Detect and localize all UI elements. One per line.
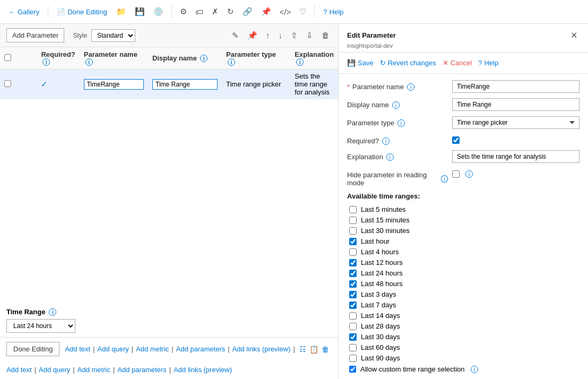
add-parameter-button[interactable]: Add Parameter: [6, 28, 64, 42]
style-label: Style: [73, 32, 87, 39]
add-query-link[interactable]: Add query: [98, 345, 129, 353]
trash-link-btn[interactable]: 🗑: [320, 345, 331, 354]
time-range-item: Last 30 minutes: [349, 227, 580, 235]
allow-custom-row: Allow custom time range selection i: [347, 365, 580, 373]
refresh-button[interactable]: ↻: [224, 5, 237, 19]
settings-button[interactable]: ⚙: [177, 5, 189, 19]
add-parameters-link[interactable]: Add parameters: [176, 345, 226, 353]
move-bottom-btn[interactable]: ⇩: [304, 30, 315, 41]
copy-icon-btn[interactable]: 📌: [245, 30, 260, 41]
time-range-item: Last 4 hours: [349, 248, 580, 256]
footer-add-links-preview-link[interactable]: Add links (preview): [174, 366, 232, 374]
revert-action-button[interactable]: ↻ Revert changes: [380, 57, 436, 69]
add-text-link[interactable]: Add text: [65, 345, 90, 353]
time-range-checkbox-3[interactable]: [349, 238, 357, 245]
time-range-item: Last 7 days: [349, 301, 580, 309]
explanation-row: Explanation i: [347, 150, 580, 163]
time-range-checkbox-6[interactable]: [349, 270, 357, 277]
done-editing-top-button[interactable]: 📄 Done Editing: [54, 6, 110, 18]
time-range-item: Last 5 minutes: [349, 205, 580, 213]
form-body: * Parameter name i Display name i Parame…: [339, 74, 588, 379]
row-param-name-cell[interactable]: [80, 70, 148, 99]
select-all-checkbox[interactable]: [4, 54, 11, 61]
add-links-preview-link[interactable]: Add links (preview): [232, 345, 291, 353]
time-range-label: Time Range i: [6, 308, 332, 316]
param-name-input[interactable]: [84, 79, 144, 90]
time-range-checkbox-0[interactable]: [349, 206, 357, 213]
time-range-select[interactable]: Last 24 hours Last 5 minutes Last 15 min…: [6, 319, 75, 333]
time-range-checkbox-5[interactable]: [349, 259, 357, 266]
right-panel-actions: 💾 Save ↻ Revert changes ✕ Cancel ? Help: [339, 53, 588, 74]
time-range-checkbox-1[interactable]: [349, 217, 357, 224]
time-range-item: Last 3 days: [349, 290, 580, 298]
save-action-button[interactable]: 💾 Save: [347, 57, 374, 69]
explanation-info-icon: i: [296, 58, 304, 66]
required-checkbox[interactable]: [452, 136, 460, 144]
done-editing-bottom-button[interactable]: Done Editing: [6, 342, 59, 356]
explanation-field[interactable]: [452, 150, 580, 163]
time-range-item-label: Last 3 days: [361, 290, 396, 298]
discard-button[interactable]: ✗: [209, 5, 221, 19]
grid-icon-btn[interactable]: ☷: [298, 345, 308, 354]
param-name-info-icon: i: [85, 58, 93, 66]
close-panel-button[interactable]: ✕: [568, 29, 580, 41]
right-panel-header: Edit Parameter ✕ insightsportal-dev: [339, 24, 588, 53]
time-range-item-label: Last 30 minutes: [361, 227, 410, 235]
move-down-btn[interactable]: ↓: [276, 30, 285, 41]
style-select[interactable]: Standard Pills: [91, 29, 135, 42]
add-metric-link[interactable]: Add metric: [136, 345, 169, 353]
footer-add-query-link[interactable]: Add query: [39, 366, 70, 374]
time-range-checkbox-14[interactable]: [349, 355, 357, 362]
allow-custom-checkbox[interactable]: [349, 366, 356, 373]
time-range-item-label: Last 7 days: [361, 301, 396, 309]
folder-button[interactable]: 📁: [114, 5, 129, 19]
time-range-item-label: Last 48 hours: [361, 280, 403, 288]
time-range-checkbox-10[interactable]: [349, 312, 357, 320]
time-range-checkbox-13[interactable]: [349, 344, 357, 351]
save-button[interactable]: 💾: [132, 5, 148, 19]
help-button[interactable]: ? Help: [320, 6, 347, 18]
time-range-item-label: Last 30 days: [361, 333, 400, 341]
param-name-field[interactable]: [452, 80, 580, 93]
footer-add-metric-link[interactable]: Add metric: [77, 366, 110, 374]
footer-add-parameters-link[interactable]: Add parameters: [117, 366, 167, 374]
heart-button[interactable]: ♡: [297, 5, 309, 19]
copy-link-btn[interactable]: 📋: [308, 345, 320, 354]
hide-param-info: i: [441, 175, 448, 183]
time-range-item-label: Last 14 days: [361, 312, 400, 320]
tag-button[interactable]: 🏷: [193, 5, 206, 19]
row-display-name-cell[interactable]: [148, 70, 222, 99]
time-range-checkbox-4[interactable]: [349, 248, 357, 256]
time-range-checkbox-2[interactable]: [349, 227, 357, 235]
display-name-field[interactable]: [452, 98, 580, 111]
share-button[interactable]: 🔗: [240, 5, 255, 19]
move-top-btn[interactable]: ⇧: [289, 30, 300, 41]
row-checkbox[interactable]: [4, 80, 11, 87]
edit-icon-btn[interactable]: ✎: [230, 30, 241, 41]
time-range-checkbox-12[interactable]: [349, 333, 357, 341]
move-up-btn[interactable]: ↑: [264, 30, 272, 41]
delete-btn[interactable]: 🗑: [319, 30, 332, 41]
param-type-select[interactable]: Time range picker Text Drop down Multi-v…: [452, 116, 580, 129]
time-range-checkbox-11[interactable]: [349, 323, 357, 330]
cancel-action-button[interactable]: ✕ Cancel: [443, 57, 472, 69]
row-checkbox-cell[interactable]: [0, 70, 37, 99]
time-range-item: Last 14 days: [349, 312, 580, 320]
code-button[interactable]: </>: [277, 5, 294, 19]
time-range-item-label: Last 4 hours: [361, 248, 399, 256]
help-action-button[interactable]: ? Help: [478, 57, 498, 69]
th-param-name: Parameter name i: [80, 47, 148, 70]
edit-parameter-title: Edit Parameter: [347, 31, 396, 39]
time-range-checkbox-8[interactable]: [349, 291, 357, 298]
footer-add-text-link[interactable]: Add text: [6, 366, 32, 374]
param-table-container: Required? i Parameter name i Display nam…: [0, 47, 338, 99]
time-range-checkbox-9[interactable]: [349, 302, 357, 309]
hide-param-checkbox[interactable]: [452, 170, 460, 178]
save-as-button[interactable]: 💿: [151, 5, 166, 19]
display-name-input[interactable]: [152, 79, 218, 90]
table-row[interactable]: ✓ Time range picker Sets the time rang: [0, 70, 338, 99]
pin-button[interactable]: 📌: [258, 5, 274, 19]
time-range-checkbox-7[interactable]: [349, 280, 357, 288]
gallery-button[interactable]: ← Gallery: [5, 6, 42, 18]
th-param-type: Parameter type i: [222, 47, 290, 70]
